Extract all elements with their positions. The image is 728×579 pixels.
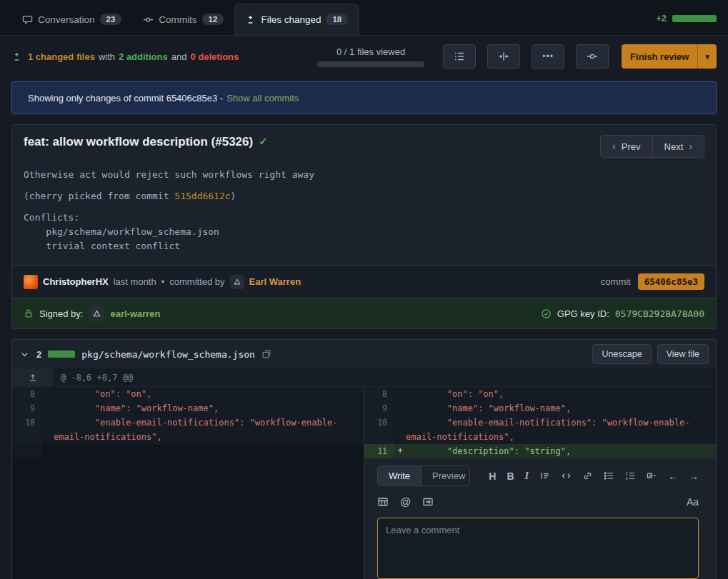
diff-sign	[42, 387, 54, 401]
task-list-icon[interactable]	[647, 470, 657, 481]
gpg-key-label: GPG key ID:	[557, 308, 609, 319]
arrow-left-icon[interactable]: ←	[668, 470, 678, 482]
unordered-list-icon[interactable]	[604, 470, 614, 481]
line-number[interactable]: 9	[364, 401, 394, 416]
files-viewed-progress: 0 / 1 files viewed	[317, 46, 424, 67]
markdown-toolbar: H B I	[489, 470, 699, 482]
mention-icon[interactable]: @	[400, 495, 411, 508]
diff-options-button[interactable]: •••	[532, 44, 564, 69]
commit-select-button[interactable]	[576, 44, 609, 69]
diff-line-new-10[interactable]: 10 "enable-email-notifications": "workfl…	[364, 416, 716, 444]
conversation-icon	[22, 14, 33, 25]
link-icon[interactable]	[582, 470, 593, 481]
author-username[interactable]: ChristopherHX	[43, 276, 109, 287]
table-icon[interactable]	[377, 496, 389, 508]
editor-tabs-and-toolbar: Write Preview H B I	[377, 465, 699, 486]
tab-files-changed[interactable]: Files changed 18	[234, 4, 359, 35]
copy-path-icon[interactable]	[261, 349, 271, 359]
commit-author-row: ChristopherHX last month • committed by …	[12, 265, 716, 298]
font-size-toggle-icon[interactable]: Aa	[687, 496, 699, 508]
bold-icon[interactable]: B	[507, 470, 514, 482]
diff-sign	[394, 401, 406, 416]
tab-commits[interactable]: Commits 12	[132, 4, 234, 35]
files-summary-toolbar: 1 changed files with 2 additions and 0 d…	[0, 36, 728, 77]
line-number[interactable]: 10	[12, 416, 42, 444]
code-text: "on": "on",	[54, 387, 364, 401]
code-text: "enable-email-notifications": "workflow-…	[54, 416, 364, 444]
diff-line-old-9[interactable]: 9 "name": "workflow-name",	[12, 401, 364, 416]
static-text: )	[231, 191, 236, 201]
preview-tab[interactable]: Preview	[421, 466, 470, 485]
file-tree-toggle-button[interactable]	[443, 44, 476, 69]
collapse-file-chevron-icon[interactable]	[19, 349, 30, 360]
file-changes-count: 2	[36, 349, 41, 360]
caret-down-icon: ▾	[698, 52, 717, 61]
heading-icon[interactable]: H	[489, 470, 496, 482]
signer-avatar[interactable]	[89, 306, 104, 321]
code-text: "description": "string",	[406, 444, 716, 458]
diff-line-new-9[interactable]: 9 "name": "workflow-name",	[364, 401, 716, 416]
diff-sign	[42, 444, 54, 458]
ordered-list-icon[interactable]: 12	[625, 470, 636, 481]
prev-label: Prev	[622, 141, 641, 152]
next-commit-button[interactable]: Next ›	[652, 136, 704, 157]
diff-icon	[11, 51, 22, 62]
line-number	[12, 444, 42, 458]
finish-review-button[interactable]: Finish review ▾	[622, 44, 717, 69]
file-path[interactable]: pkg/schema/workflow_schema.json	[81, 349, 255, 360]
svg-text:2: 2	[625, 476, 627, 480]
line-number[interactable]: 8	[12, 387, 42, 401]
line-number[interactable]: 9	[12, 401, 42, 416]
commit-label: commit	[601, 276, 631, 287]
code-text: "name": "workflow-name",	[406, 401, 716, 416]
view-file-button[interactable]: View file	[657, 344, 709, 364]
code-icon[interactable]	[561, 470, 572, 481]
gpg-key-group: GPG key ID: 0579CB2928A78A00	[541, 308, 704, 319]
editor-mode-tabs: Write Preview	[377, 465, 470, 486]
italic-icon[interactable]: I	[525, 470, 529, 482]
commit-icon	[143, 14, 154, 25]
comment-textarea[interactable]	[377, 518, 699, 579]
arrow-right-icon[interactable]: →	[689, 470, 699, 482]
committer-username[interactable]: Earl Warren	[249, 276, 301, 287]
tab-label: Conversation	[38, 14, 95, 25]
diff-line-old-8[interactable]: 8 "on": "on",	[12, 387, 364, 401]
commit-signature-row: Signed by: earl-warren GPG key ID: 0579C…	[12, 298, 716, 328]
show-all-commits-link[interactable]: Show all commits	[226, 93, 299, 104]
write-tab[interactable]: Write	[378, 466, 421, 485]
diff-sign	[394, 387, 406, 401]
conflicts-block: Conflicts: pkg/schema/workflow_schema.js…	[24, 211, 704, 253]
commit-sha-group: commit 65406c85e3	[601, 273, 704, 290]
diff-icon	[245, 14, 256, 25]
unescape-button[interactable]: Unescape	[592, 344, 651, 364]
commit-body-line: Otherwise act would reject such workflow…	[24, 168, 704, 182]
prev-commit-button[interactable]: ‹ Prev	[601, 136, 652, 157]
commit-sha-badge[interactable]: 65406c85e3	[638, 273, 704, 290]
files-changed-count-badge: 18	[326, 14, 348, 25]
files-viewed-label: 0 / 1 files viewed	[336, 46, 405, 57]
line-number[interactable]: 8	[364, 387, 394, 401]
author-avatar[interactable]	[24, 275, 38, 289]
signer-username-link[interactable]: earl-warren	[110, 308, 160, 319]
cherry-pick-sha-link[interactable]: 515dd6612c	[174, 191, 230, 201]
deletions-count: 0 deletions	[190, 51, 239, 62]
commit-message-body: Otherwise act would reject such workflow…	[12, 161, 716, 265]
committer-avatar[interactable]	[230, 275, 244, 289]
line-number[interactable]: 10	[364, 416, 394, 444]
diff-new-side: 8 "on": "on", 9 "name": "workflow-name",…	[364, 387, 716, 579]
tab-conversation[interactable]: Conversation 23	[11, 4, 132, 35]
code-text	[54, 444, 364, 458]
diff-file-header: 2 pkg/schema/workflow_schema.json Unesca…	[12, 340, 716, 368]
hunk-header-text: @ -8,6 +8,7 @@	[54, 368, 716, 386]
quote-icon[interactable]	[539, 470, 550, 481]
diff-line-new-11-added[interactable]: 11 + "description": "string",	[364, 444, 716, 458]
line-number[interactable]: 11	[364, 444, 394, 458]
commit-header: feat: allow workflow description (#5326)…	[12, 125, 716, 161]
ellipsis-icon: •••	[542, 51, 554, 61]
diff-line-new-8[interactable]: 8 "on": "on",	[364, 387, 716, 401]
expand-hunk-button[interactable]	[12, 368, 54, 386]
cross-reference-icon[interactable]	[422, 496, 434, 508]
code-text: "enable-email-notifications": "workflow-…	[406, 416, 716, 444]
diff-line-old-10[interactable]: 10 "enable-email-notifications": "workfl…	[12, 416, 364, 444]
diff-view-style-button[interactable]	[487, 44, 520, 69]
